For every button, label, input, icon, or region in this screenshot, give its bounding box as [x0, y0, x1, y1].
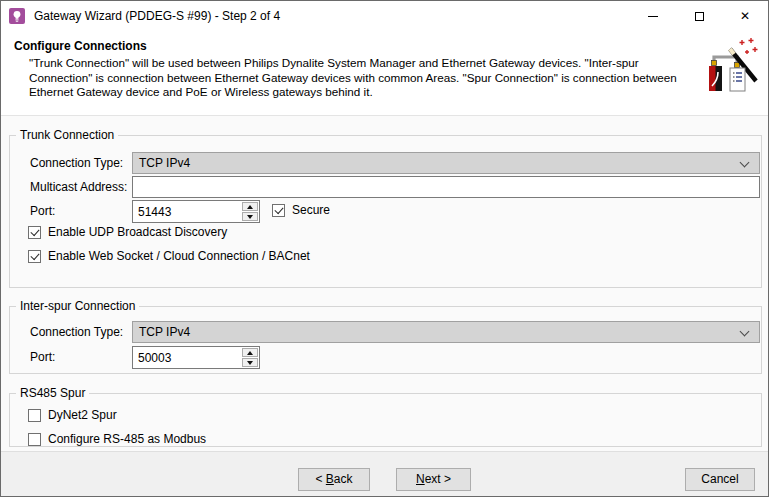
window-title: Gateway Wizard (PDDEG-S #99) - Step 2 of…	[34, 1, 280, 31]
secure-checkbox[interactable]: Secure	[272, 203, 330, 217]
titlebar[interactable]: Gateway Wizard (PDDEG-S #99) - Step 2 of…	[1, 1, 768, 31]
close-button[interactable]: ✕	[722, 1, 768, 31]
interspur-port-stepper	[132, 346, 260, 369]
triangle-down-icon	[247, 215, 253, 219]
rs485-spur-legend: RS485 Spur	[16, 386, 89, 401]
chevron-down-icon	[740, 327, 750, 337]
minimize-icon	[648, 16, 658, 17]
interspur-connection-type-label: Connection Type:	[30, 321, 123, 343]
enable-websocket-label: Enable Web Socket / Cloud Connection / B…	[48, 249, 310, 263]
triangle-down-icon	[247, 361, 253, 365]
lightbulb-icon	[9, 8, 25, 24]
maximize-icon	[695, 12, 704, 21]
enable-websocket-checkbox-box[interactable]	[28, 250, 41, 263]
interspur-connection-type-value: TCP IPv4	[139, 325, 190, 339]
trunk-port-stepper	[132, 200, 260, 223]
trunk-port-input[interactable]	[132, 200, 260, 223]
interspur-connection-type-select[interactable]: TCP IPv4	[132, 321, 760, 343]
trunk-connection-type-value: TCP IPv4	[139, 156, 190, 170]
wizard-header: Configure Connections "Trunk Connection"…	[1, 31, 768, 116]
wizard-body: Trunk Connection Connection Type: TCP IP…	[1, 116, 768, 451]
interspur-port-input[interactable]	[132, 346, 260, 369]
minimize-button[interactable]	[630, 1, 676, 31]
interspur-port-label: Port:	[30, 346, 55, 368]
spinner-up-button[interactable]	[242, 202, 258, 211]
secure-checkbox-label: Secure	[292, 203, 330, 217]
gateway-wizard-window: Gateway Wizard (PDDEG-S #99) - Step 2 of…	[0, 0, 769, 497]
trunk-port-spinner	[242, 202, 258, 221]
rs485-modbus-checkbox[interactable]: Configure RS-485 as Modbus	[28, 432, 206, 446]
triangle-up-icon	[247, 205, 253, 209]
dynet2-spur-label: DyNet2 Spur	[48, 408, 117, 422]
chevron-down-icon	[740, 158, 750, 168]
page-description: "Trunk Connection" will be used between …	[29, 56, 689, 100]
inter-spur-connection-legend: Inter-spur Connection	[16, 299, 139, 314]
trunk-multicast-label: Multicast Address:	[30, 176, 127, 198]
trunk-multicast-input[interactable]	[132, 176, 760, 198]
magic-wand-devices-icon	[706, 36, 758, 96]
trunk-port-label: Port:	[30, 200, 55, 222]
window-controls: ✕	[630, 1, 768, 31]
dynet2-spur-checkbox[interactable]: DyNet2 Spur	[28, 408, 117, 422]
enable-websocket-checkbox[interactable]: Enable Web Socket / Cloud Connection / B…	[28, 249, 310, 263]
spinner-down-button[interactable]	[242, 212, 258, 221]
triangle-up-icon	[247, 351, 253, 355]
rs485-spur-group: RS485 Spur DyNet2 Spur Configure RS-485 …	[9, 393, 762, 447]
inter-spur-connection-group: Inter-spur Connection Connection Type: T…	[9, 306, 762, 374]
cancel-button[interactable]: Cancel	[685, 468, 755, 491]
enable-udp-discovery-checkbox-box[interactable]	[28, 226, 41, 239]
enable-udp-discovery-checkbox[interactable]: Enable UDP Broadcast Discovery	[28, 225, 227, 239]
back-button[interactable]: < Back	[298, 468, 370, 491]
wizard-footer: < Back Next > Cancel	[1, 451, 768, 496]
spinner-down-button[interactable]	[242, 358, 258, 367]
trunk-connection-type-label: Connection Type:	[30, 152, 123, 174]
trunk-connection-type-select[interactable]: TCP IPv4	[132, 152, 760, 174]
interspur-port-spinner	[242, 348, 258, 367]
rs485-modbus-checkbox-box[interactable]	[28, 433, 41, 446]
dynet2-spur-checkbox-box[interactable]	[28, 409, 41, 422]
secure-checkbox-box[interactable]	[272, 204, 285, 217]
trunk-connection-legend: Trunk Connection	[16, 128, 118, 143]
next-button[interactable]: Next >	[396, 468, 471, 491]
page-title: Configure Connections	[14, 39, 147, 53]
enable-udp-discovery-label: Enable UDP Broadcast Discovery	[48, 225, 227, 239]
spinner-up-button[interactable]	[242, 348, 258, 357]
rs485-modbus-label: Configure RS-485 as Modbus	[48, 432, 206, 446]
close-icon: ✕	[740, 1, 750, 31]
trunk-connection-group: Trunk Connection Connection Type: TCP IP…	[9, 135, 762, 288]
maximize-button[interactable]	[676, 1, 722, 31]
